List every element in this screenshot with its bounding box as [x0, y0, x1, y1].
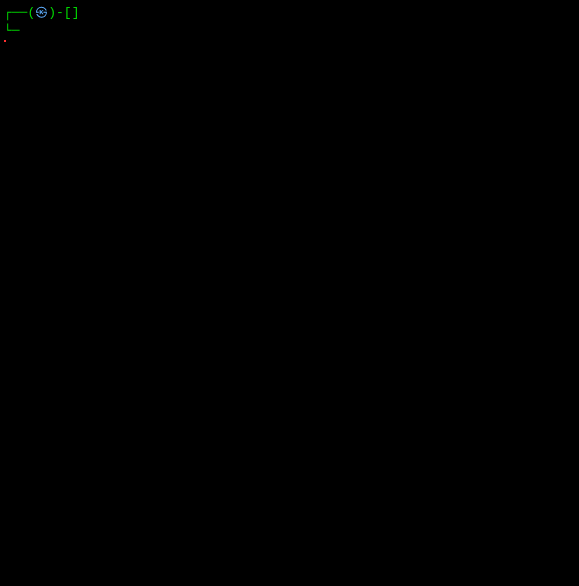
terminal-prompt-line1: ┌──(㉿)-[]	[4, 4, 575, 22]
terminal-prompt-line2[interactable]: └─	[4, 22, 575, 40]
highlight-rectangle	[4, 40, 6, 42]
